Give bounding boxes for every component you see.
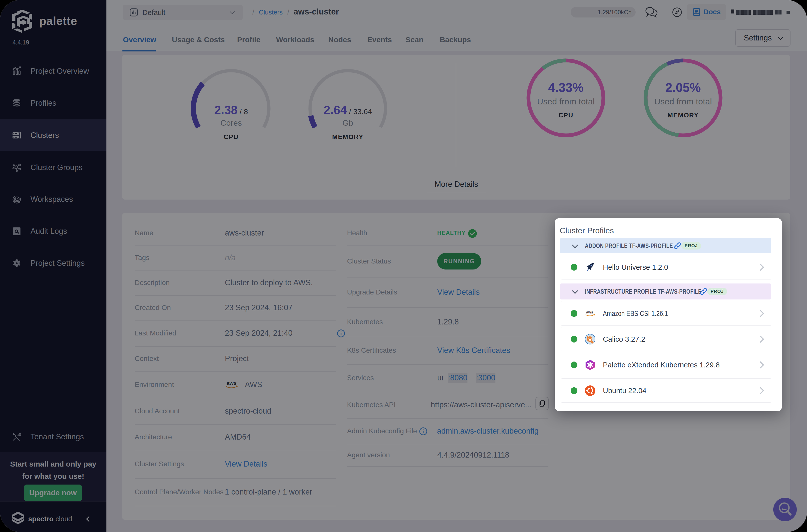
svg-text:aws: aws xyxy=(586,310,593,314)
